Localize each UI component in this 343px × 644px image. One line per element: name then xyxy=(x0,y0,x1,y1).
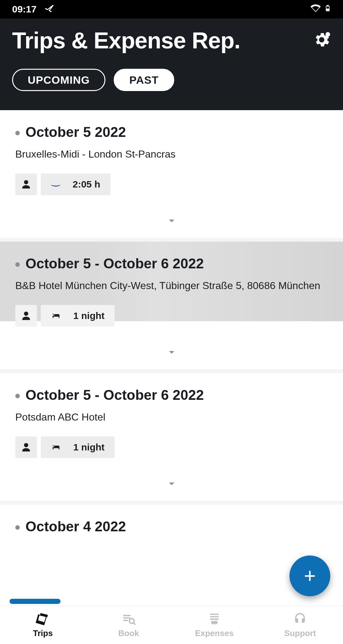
trip-date: October 5 - October 6 2022 xyxy=(25,256,204,272)
chevron-down-icon xyxy=(165,346,178,358)
trip-card[interactable]: October 5 - October 6 2022 B&B Hotel Mün… xyxy=(0,242,343,369)
bullet-icon xyxy=(15,131,20,135)
traveler-chip[interactable] xyxy=(15,305,37,327)
nav-label: Support xyxy=(284,628,316,638)
duration-chip[interactable]: 1 night xyxy=(41,436,115,458)
svg-point-3 xyxy=(325,32,330,37)
battery-icon xyxy=(325,4,331,15)
bed-icon xyxy=(51,311,61,321)
traveler-chip[interactable] xyxy=(15,436,37,458)
nav-expenses[interactable]: Expenses xyxy=(172,606,257,644)
trip-route: Bruxelles-Midi - London St-Pancras xyxy=(15,148,328,160)
svg-rect-1 xyxy=(327,5,329,6)
trip-route: B&B Hotel München City-West, Tübinger St… xyxy=(15,280,328,292)
search-list-icon xyxy=(121,612,136,626)
trip-duration: 1 night xyxy=(73,442,104,453)
trip-duration: 2:05 h xyxy=(73,179,100,190)
app-header: Trips & Expense Rep. UPCOMING PAST xyxy=(0,18,343,110)
loading-indicator xyxy=(10,599,61,604)
nav-label: Expenses xyxy=(195,628,233,638)
trip-card[interactable]: October 5 2022 Bruxelles-Midi - London S… xyxy=(0,110,343,238)
nav-support[interactable]: Support xyxy=(257,606,343,644)
nav-trips[interactable]: Trips xyxy=(0,606,86,644)
chevron-down-icon xyxy=(165,214,178,227)
person-icon xyxy=(21,311,31,321)
add-button[interactable]: + xyxy=(289,556,330,596)
flight-mode-icon xyxy=(44,3,55,16)
trips-list: October 5 2022 Bruxelles-Midi - London S… xyxy=(0,110,343,598)
expand-button[interactable] xyxy=(15,458,328,491)
trip-date: October 5 - October 6 2022 xyxy=(25,387,204,403)
bullet-icon xyxy=(15,525,20,530)
page-title: Trips & Expense Rep. xyxy=(12,27,240,53)
traveler-chip[interactable] xyxy=(15,173,37,195)
trip-route: Potsdam ABC Hotel xyxy=(15,411,328,423)
tickets-icon xyxy=(36,612,50,626)
svg-point-4 xyxy=(129,619,134,623)
headset-icon xyxy=(293,612,307,626)
expand-button[interactable] xyxy=(15,327,328,360)
duration-chip[interactable]: 2:05 h xyxy=(41,173,111,195)
settings-button[interactable] xyxy=(312,31,331,50)
trip-card[interactable]: October 5 - October 6 2022 Potsdam ABC H… xyxy=(0,373,343,501)
svg-rect-2 xyxy=(327,9,329,10)
filter-tabs: UPCOMING PAST xyxy=(12,69,331,91)
chevron-down-icon xyxy=(165,477,178,490)
trip-date: October 4 2022 xyxy=(25,519,126,534)
eurostar-logo xyxy=(51,182,61,187)
wifi-icon xyxy=(311,3,321,16)
status-bar: 09:17 xyxy=(0,0,343,18)
tab-upcoming[interactable]: UPCOMING xyxy=(12,69,105,91)
bottom-nav: Trips Book Expenses Support xyxy=(0,606,343,644)
bullet-icon xyxy=(15,262,20,267)
receipt-icon xyxy=(207,612,222,626)
nav-label: Book xyxy=(118,628,139,638)
plus-icon: + xyxy=(304,566,316,586)
tab-past[interactable]: PAST xyxy=(114,69,174,91)
nav-label: Trips xyxy=(33,628,53,638)
gear-icon xyxy=(312,31,331,49)
person-icon xyxy=(21,179,31,189)
bed-icon xyxy=(51,442,61,452)
expand-button[interactable] xyxy=(15,195,328,228)
person-icon xyxy=(21,442,31,452)
duration-chip[interactable]: 1 night xyxy=(41,305,115,327)
status-time: 09:17 xyxy=(12,4,37,15)
trip-date: October 5 2022 xyxy=(25,124,126,140)
trip-duration: 1 night xyxy=(73,310,104,321)
bullet-icon xyxy=(15,394,20,398)
nav-book[interactable]: Book xyxy=(86,606,171,644)
